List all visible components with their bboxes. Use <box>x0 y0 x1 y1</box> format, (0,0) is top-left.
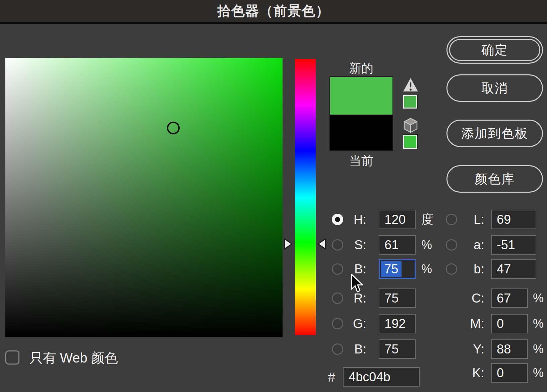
c-label: C: <box>458 289 484 307</box>
m-unit: % <box>533 315 547 332</box>
hue-handle-right-icon[interactable] <box>317 238 326 250</box>
l-input[interactable]: 69 <box>491 210 536 229</box>
l-label: L: <box>458 211 484 228</box>
current-color-label: 当前 <box>329 153 393 169</box>
s-label: S: <box>341 236 366 254</box>
h-input[interactable]: 120 <box>379 210 416 229</box>
y-label: Y: <box>458 340 484 358</box>
radio-a[interactable] <box>446 239 457 251</box>
c-input[interactable]: 67 <box>491 288 528 308</box>
k-label: K: <box>458 364 484 382</box>
cancel-button[interactable]: 取消 <box>446 74 543 102</box>
y-unit: % <box>533 340 547 358</box>
color-picker-dialog: 拾色器（前景色） 新的 当前 确定 取消 添加到色板 颜色库 H: 120 度 … <box>0 0 547 392</box>
y-input[interactable]: 88 <box>491 339 528 359</box>
lab-b-label: b: <box>458 260 484 278</box>
add-to-swatches-button[interactable]: 添加到色板 <box>446 120 543 147</box>
radio-lab-b[interactable] <box>446 263 457 275</box>
b2-input[interactable]: 75 <box>379 339 416 359</box>
web-colors-only-label: 只有 Web 颜色 <box>29 349 118 367</box>
web-cube-icon[interactable] <box>403 118 418 133</box>
s-unit: % <box>421 236 445 254</box>
lab-b-input[interactable]: 47 <box>491 259 536 279</box>
mouse-cursor-icon <box>350 273 365 293</box>
k-input[interactable]: 0 <box>491 363 528 383</box>
gamut-warning-icon[interactable] <box>403 77 419 92</box>
h-label: H: <box>341 211 366 228</box>
c-unit: % <box>533 289 547 307</box>
saturation-brightness-field[interactable] <box>5 58 283 337</box>
dialog-titlebar: 拾色器（前景色） <box>0 0 547 24</box>
h-unit: 度 <box>421 211 445 228</box>
m-label: M: <box>458 315 484 332</box>
ok-button[interactable]: 确定 <box>446 36 543 64</box>
g-input[interactable]: 192 <box>379 314 416 333</box>
current-color-swatch[interactable] <box>330 115 392 150</box>
web-colors-only-checkbox[interactable] <box>5 350 19 365</box>
r-input[interactable]: 75 <box>379 288 416 308</box>
hex-prefix: # <box>328 369 335 386</box>
color-field-marker[interactable] <box>167 122 180 134</box>
b2-label: B: <box>341 340 366 358</box>
gamut-fix-swatch[interactable] <box>403 95 417 109</box>
dialog-title: 拾色器（前景色） <box>217 2 330 20</box>
web-fix-swatch[interactable] <box>403 135 417 149</box>
hue-slider[interactable] <box>295 59 316 335</box>
hue-handle-left-icon[interactable] <box>284 238 293 250</box>
s-input[interactable]: 61 <box>379 235 416 255</box>
swatch-stack <box>329 76 393 151</box>
a-input[interactable]: -51 <box>491 235 536 255</box>
k-unit: % <box>533 364 547 382</box>
radio-l[interactable] <box>446 214 457 225</box>
b-input[interactable]: 75 <box>379 259 416 279</box>
a-label: a: <box>458 236 484 254</box>
hex-input[interactable]: 4bc04b <box>343 367 420 387</box>
new-color-label: 新的 <box>329 60 393 77</box>
g-label: G: <box>341 315 366 332</box>
m-input[interactable]: 0 <box>491 314 528 333</box>
new-color-swatch <box>330 77 392 115</box>
b-unit: % <box>421 260 445 278</box>
color-library-button[interactable]: 颜色库 <box>446 165 543 193</box>
